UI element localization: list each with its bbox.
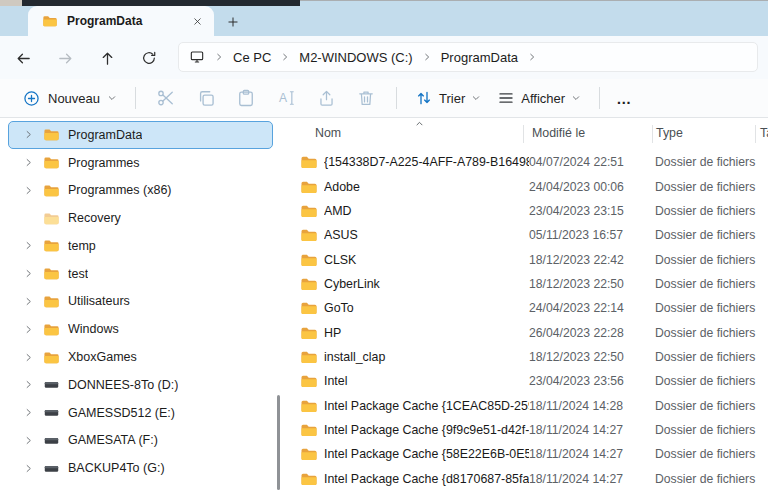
more-options-button[interactable]: … (610, 84, 638, 112)
file-modified: 18/12/2023 22:42 (529, 253, 655, 267)
file-row[interactable]: ASUS 05/11/2023 16:57 Dossier de fichier… (285, 223, 768, 247)
sidebar-item-temp[interactable]: temp (8, 232, 273, 260)
file-type: Dossier de fichiers (655, 180, 768, 194)
sort-ascending-icon (414, 118, 425, 129)
breadcrumb-chevron-icon (214, 52, 224, 62)
sidebar-item-test[interactable]: test (8, 260, 273, 288)
file-type: Dossier de fichiers (655, 253, 768, 267)
sidebar-item-drive-g[interactable]: BACKUP4To (G:) (8, 454, 273, 482)
column-header-type[interactable]: Type (656, 126, 683, 140)
folder-icon (43, 126, 60, 143)
sidebar-item-label: GAMESSD512 (E:) (68, 406, 175, 420)
chevron-right-icon[interactable] (23, 267, 37, 281)
file-row[interactable]: Intel Package Cache {1CEAC85D-2590-47...… (285, 394, 768, 418)
rename-icon (276, 88, 296, 108)
new-button[interactable]: Nouveau (14, 84, 125, 113)
file-row[interactable]: {154338D7-A225-4AFF-A789-B16498723C... 0… (285, 150, 768, 174)
file-row[interactable]: CyberLink 18/12/2023 22:50 Dossier de fi… (285, 272, 768, 296)
chevron-right-icon[interactable] (23, 183, 37, 197)
column-header-name[interactable]: Nom (315, 126, 341, 140)
file-row[interactable]: install_clap 18/12/2023 22:50 Dossier de… (285, 345, 768, 369)
view-button[interactable]: Afficher (489, 84, 589, 112)
chevron-right-icon[interactable] (23, 239, 37, 253)
sidebar-item-drive-f[interactable]: GAMESATA (F:) (8, 426, 273, 454)
chevron-right-icon[interactable] (23, 350, 37, 364)
breadcrumb-item[interactable]: Ce PC (233, 50, 271, 65)
file-type: Dossier de fichiers (655, 326, 768, 340)
chevron-right-icon[interactable] (23, 294, 37, 308)
view-button-label: Afficher (521, 91, 565, 106)
file-name: install_clap (324, 350, 529, 364)
sidebar-scrollbar[interactable] (277, 395, 280, 490)
chevron-right-icon[interactable] (23, 378, 37, 392)
sidebar-item-windows[interactable]: Windows (8, 315, 273, 343)
chevron-right-icon[interactable] (23, 406, 37, 420)
chevron-right-icon[interactable] (23, 461, 37, 475)
file-row[interactable]: AMD 23/04/2023 23:15 Dossier de fichiers (285, 199, 768, 223)
new-tab-button[interactable] (222, 11, 244, 33)
file-row[interactable]: HP 26/04/2023 22:28 Dossier de fichiers (285, 321, 768, 345)
file-name: GoTo (324, 301, 529, 315)
folder-icon (300, 226, 318, 244)
file-row[interactable]: Intel Package Cache {9f9c9e51-d42f-4462.… (285, 418, 768, 442)
tab-title: ProgramData (67, 14, 188, 28)
file-name: Intel (324, 374, 529, 388)
folder-icon (43, 349, 60, 366)
folder-icon (300, 348, 318, 366)
sidebar-item-programmes[interactable]: Programmes (8, 149, 273, 177)
back-button[interactable] (9, 44, 37, 72)
sidebar-item-label: GAMESATA (F:) (68, 433, 158, 447)
file-row[interactable]: Adobe 24/04/2023 00:06 Dossier de fichie… (285, 174, 768, 198)
folder-icon (43, 182, 60, 199)
copy-button (186, 82, 226, 114)
file-type: Dossier de fichiers (655, 228, 768, 242)
up-button[interactable] (93, 44, 121, 72)
folder-icon (42, 13, 58, 29)
file-name: HP (324, 326, 529, 340)
command-toolbar: Nouveau Trier Afficher (0, 79, 768, 117)
folder-icon (300, 397, 318, 415)
folder-icon (300, 178, 318, 196)
chevron-right-icon[interactable] (23, 156, 37, 170)
file-row[interactable]: Intel 23/04/2023 23:56 Dossier de fichie… (285, 369, 768, 393)
refresh-icon (141, 50, 157, 66)
column-header-size[interactable]: Ta (760, 126, 768, 140)
sidebar-item-programdata[interactable]: ProgramData (8, 121, 273, 149)
breadcrumb[interactable]: Ce PC M2-WINDOWS (C:) ProgramData (178, 42, 758, 72)
toolbar-divider (599, 87, 600, 109)
sort-arrows-icon (415, 89, 433, 107)
navigation-pane: ProgramData Programmes Programmes (x86) … (0, 118, 285, 490)
file-row[interactable]: GoTo 24/04/2023 22:14 Dossier de fichier… (285, 296, 768, 320)
folder-icon (43, 154, 60, 171)
file-modified: 24/04/2023 00:06 (529, 180, 655, 194)
folder-icon (300, 470, 318, 488)
share-icon (317, 89, 336, 108)
breadcrumb-item[interactable]: ProgramData (441, 50, 518, 65)
tab-programdata[interactable]: ProgramData (28, 6, 214, 36)
chevron-right-icon[interactable] (23, 433, 37, 447)
chevron-right-icon[interactable] (23, 322, 37, 336)
sort-button[interactable]: Trier (407, 84, 489, 112)
file-type: Dossier de fichiers (655, 472, 768, 486)
file-row[interactable]: Intel Package Cache {d8170687-85fa-471..… (285, 467, 768, 490)
sidebar-item-label: Recovery (68, 211, 121, 225)
sidebar-item-drive-e[interactable]: GAMESSD512 (E:) (8, 399, 273, 427)
file-type: Dossier de fichiers (655, 155, 768, 169)
file-modified: 18/11/2024 14:27 (529, 447, 655, 461)
breadcrumb-item[interactable]: M2-WINDOWS (C:) (299, 50, 412, 65)
column-separator (652, 125, 653, 143)
file-row[interactable]: Intel Package Cache {58E22E6B-0E58-4E9..… (285, 442, 768, 466)
column-header-modified[interactable]: Modifié le (532, 126, 585, 140)
sidebar-item-programmes-x86[interactable]: Programmes (x86) (8, 177, 273, 205)
chevron-right-icon[interactable] (23, 128, 37, 142)
close-tab-icon[interactable] (188, 12, 206, 30)
sidebar-item-utilisateurs[interactable]: Utilisateurs (8, 288, 273, 316)
folder-icon (300, 421, 318, 439)
sort-button-label: Trier (439, 91, 465, 106)
sidebar-item-xboxgames[interactable]: XboxGames (8, 343, 273, 371)
refresh-button[interactable] (135, 44, 163, 72)
sidebar-item-recovery[interactable]: Recovery (8, 204, 273, 232)
column-separator (523, 125, 524, 143)
file-row[interactable]: CLSK 18/12/2023 22:42 Dossier de fichier… (285, 247, 768, 271)
sidebar-item-drive-d[interactable]: DONNEES-8To (D:) (8, 371, 273, 399)
